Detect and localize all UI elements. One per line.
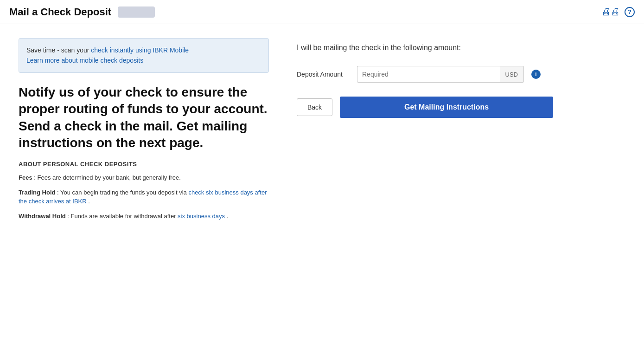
learn-more-link-wrapper: Learn more about mobile check deposits xyxy=(26,55,261,65)
withdrawal-hold-highlight: six business days xyxy=(178,213,225,220)
scan-text: Save time - scan your check instantly us… xyxy=(26,45,261,55)
main-heading: Notify us of your check to ensure the pr… xyxy=(19,84,269,152)
withdrawal-hold-after: . xyxy=(227,213,229,220)
fees-label: Fees xyxy=(19,174,32,181)
fees-text: : Fees are determined by your bank, but … xyxy=(34,174,181,181)
get-instructions-button[interactable]: Get Mailing Instructions xyxy=(340,97,553,118)
button-row: Back Get Mailing Instructions xyxy=(297,97,630,118)
amount-heading: I will be mailing the check in the follo… xyxy=(297,43,630,53)
trading-hold-item: Trading Hold : You can begin trading the… xyxy=(19,188,269,206)
info-box: Save time - scan your check instantly us… xyxy=(19,38,269,73)
account-badge xyxy=(118,6,155,18)
trading-hold-after: . xyxy=(88,198,90,205)
withdrawal-hold-label: Withdrawal Hold xyxy=(19,213,66,220)
trading-hold-before: : You can begin trading the funds you de… xyxy=(57,189,188,196)
page-title: Mail a Check Deposit xyxy=(9,6,111,18)
about-section: ABOUT PERSONAL CHECK DEPOSITS Fees : Fee… xyxy=(19,161,269,220)
withdrawal-hold-before: : Funds are available for withdrawal aft… xyxy=(67,213,178,220)
amount-input-wrapper: USD xyxy=(357,66,524,83)
learn-more-link[interactable]: Learn more about mobile check deposits xyxy=(26,57,143,64)
about-title: ABOUT PERSONAL CHECK DEPOSITS xyxy=(19,161,269,168)
fees-item: Fees : Fees are determined by your bank,… xyxy=(19,173,269,182)
header-left: Mail a Check Deposit xyxy=(9,6,155,18)
header-icons: 🖨 ? xyxy=(601,6,635,17)
page-header: Mail a Check Deposit 🖨 ? xyxy=(0,0,644,24)
withdrawal-hold-item: Withdrawal Hold : Funds are available fo… xyxy=(19,212,269,221)
help-icon[interactable]: ? xyxy=(625,7,635,17)
deposit-amount-input[interactable] xyxy=(357,66,500,83)
deposit-amount-label: Deposit Amount xyxy=(297,71,352,78)
trading-hold-label: Trading Hold xyxy=(19,189,55,196)
print-icon[interactable]: 🖨 xyxy=(601,6,620,17)
deposit-amount-row: Deposit Amount USD i xyxy=(297,66,630,83)
back-button[interactable]: Back xyxy=(297,98,332,116)
ibkr-mobile-link[interactable]: check instantly using IBKR Mobile xyxy=(91,46,189,54)
main-container: Save time - scan your check instantly us… xyxy=(0,24,644,240)
left-column: Save time - scan your check instantly us… xyxy=(19,38,269,226)
right-column: I will be mailing the check in the follo… xyxy=(297,38,630,226)
info-icon[interactable]: i xyxy=(531,70,541,79)
currency-badge: USD xyxy=(500,66,524,83)
